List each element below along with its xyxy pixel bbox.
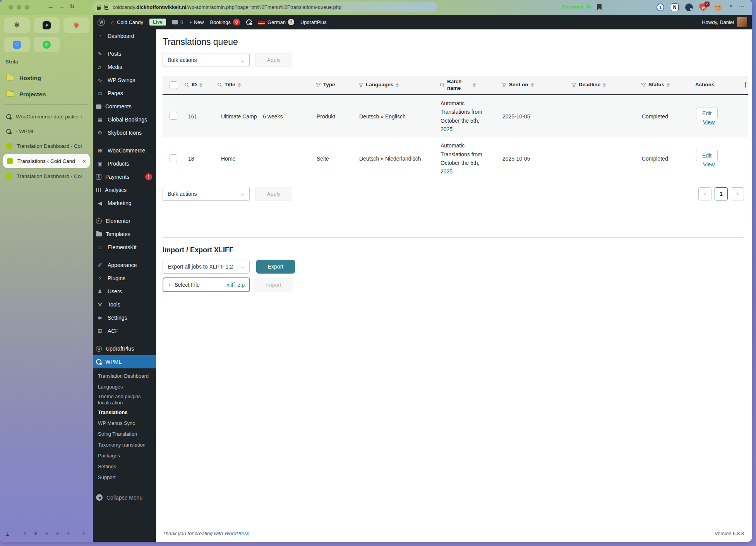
admin-bar-comments[interactable]: 0 [172,19,183,25]
sort-icon[interactable] [199,81,202,89]
current-page-button[interactable]: 1 [715,187,728,200]
wordpress-link[interactable]: WordPress [225,531,249,536]
wordpress-logo-icon[interactable]: W [98,19,105,26]
maximize-window-icon[interactable] [25,5,29,10]
menu-item[interactable]: U UpdraftPlus [93,342,156,355]
browser-tab[interactable]: Translation Dashboard ‹ Col [0,139,93,153]
submenu-item[interactable]: Translation Dashboard [93,371,156,382]
apply-button-top[interactable]: Apply [255,53,292,67]
menu-item[interactable]: ▣ Products [93,157,156,170]
onepassword-extension-icon[interactable]: 1 [656,3,665,12]
window-traffic-lights[interactable] [9,5,29,10]
row-checkbox[interactable] [170,154,177,162]
submenu-item[interactable]: Translations [93,407,156,418]
wpml-logo-icon[interactable] [246,19,252,25]
menu-item[interactable]: ◀ Marketing [93,197,156,210]
sort-icon[interactable] [667,81,670,89]
menu-item[interactable]: WPML [93,355,156,368]
browser-tab[interactable]: Translations ‹ Cold Cand × [3,154,90,168]
close-window-icon[interactable] [9,5,13,10]
shield-extension-icon[interactable]: w2 [699,3,708,12]
minimize-window-icon[interactable] [17,5,21,10]
menu-item[interactable]: $ Payments 1 [93,170,156,183]
sort-icon[interactable] [473,81,476,89]
import-button[interactable]: Import [254,277,293,292]
browser-tab[interactable]: WooCommerce date picker r [0,109,93,124]
edit-button[interactable]: Edit [696,108,718,119]
admin-bar-new[interactable]: + New [189,19,204,25]
menu-item[interactable]: ⊞ ACF [93,324,156,337]
menu-item[interactable]: ✐ Appearance [93,258,156,272]
menu-item[interactable]: ♬ Media [93,60,156,74]
admin-bar-site[interactable]: ⌂Cold Candy [111,19,143,26]
more-extensions-icon[interactable]: » [729,2,733,10]
filter-icon[interactable] [358,83,363,87]
menu-item[interactable]: ≣ ElementsKit [93,241,156,254]
prev-page-button[interactable]: < [698,187,711,200]
forward-icon[interactable]: → [59,3,65,10]
globe-extension-icon[interactable] [684,3,694,12]
live-badge[interactable]: Live [149,19,166,26]
avatar-extension-icon[interactable] [713,3,722,12]
submenu-item[interactable]: String Translation [93,429,156,440]
next-page-button[interactable]: > [731,187,744,200]
pinned-app-starburst[interactable]: ✺ [63,17,89,33]
pinned-app-whatsapp[interactable]: ✆ [34,37,60,52]
close-tab-icon[interactable]: × [82,158,86,164]
pinned-app-chatgpt[interactable]: ✻ [4,17,30,33]
admin-bar-updraft[interactable]: UpdraftPlus [300,19,327,25]
sort-icon[interactable] [238,81,241,89]
sidebar-folder[interactable]: Projecten [0,86,93,102]
filter-icon[interactable] [571,83,576,87]
space-indicator-dots[interactable] [24,532,70,535]
downloads-icon[interactable]: ↓ [6,531,9,536]
submenu-item[interactable]: Languages [93,382,156,392]
bulk-actions-select-bottom[interactable]: Bulk actions ⌄ [163,187,250,201]
select-file-input[interactable]: ↑ Select File .xliff .zip [163,277,250,292]
notion-extension-icon[interactable]: N [670,3,679,12]
back-icon[interactable]: ← [48,3,54,10]
search-icon[interactable] [217,82,222,87]
view-link[interactable]: View [703,119,715,125]
menu-item[interactable]: ♟ Users [93,285,156,298]
menu-item[interactable]: ⚡ Plugins [93,272,156,285]
menu-item[interactable]: Comments [93,100,156,113]
sort-icon[interactable] [396,81,399,89]
menu-item[interactable]: ∿ WP Swings [93,74,156,87]
menu-item[interactable]: ▦ Global Bookings [93,113,156,126]
menu-item[interactable]: ✎ Posts [93,47,156,60]
edit-button[interactable]: Edit [696,150,718,161]
apply-button-bottom[interactable]: Apply [255,187,292,201]
help-icon[interactable]: ? [288,19,294,25]
bookmark-icon[interactable] [597,4,602,10]
pinned-app-dark[interactable]: ✳ [34,17,60,33]
menu-item[interactable]: ⚒ Tools [93,298,156,311]
address-bar[interactable]: coldcandy.dickhoffontwikkelt.nl/wp-admin… [92,2,437,12]
menu-item[interactable]: W WooCommerce [93,144,156,157]
sort-icon[interactable] [531,81,534,89]
menu-item[interactable]: ⚙ Skyboot Icons [93,126,156,139]
browser-tab[interactable]: Translation Dashboard ‹ Col [0,169,93,183]
new-tab-icon[interactable]: + [82,529,86,537]
url-text[interactable]: coldcandy.dickhoffontwikkelt.nl/wp-admin… [113,4,341,10]
menu-item[interactable]: ≑ Settings [93,311,156,324]
row-checkbox[interactable] [170,112,177,120]
menu-item[interactable]: ◔ Dashboard [93,29,156,43]
select-all-checkbox[interactable] [170,81,177,89]
admin-bar-language[interactable]: German? [258,19,294,25]
reload-icon[interactable]: ↻ [70,3,75,10]
view-link[interactable]: View [703,161,715,168]
sort-icon[interactable] [603,81,606,89]
menu-item[interactable]: Analytics [93,183,156,197]
filter-icon[interactable] [641,83,646,87]
howdy-label[interactable]: Howdy, Daniel [702,19,734,25]
site-settings-icon[interactable] [104,5,109,10]
submenu-item[interactable]: Settings [93,462,156,472]
profile-indicator[interactable]: Personal [562,4,591,10]
submenu-item[interactable]: Packages [93,451,156,462]
export-format-select[interactable]: Export all jobs to XLIFF 1.2 ⌄ [163,260,250,274]
pinned-app-heart[interactable]: ♡ [4,37,30,52]
submenu-item[interactable]: WP Menus Sync [93,418,156,429]
sidebar-folder[interactable]: Hosting [0,70,93,86]
menu-item[interactable]: ⧉ Pages [93,87,156,100]
